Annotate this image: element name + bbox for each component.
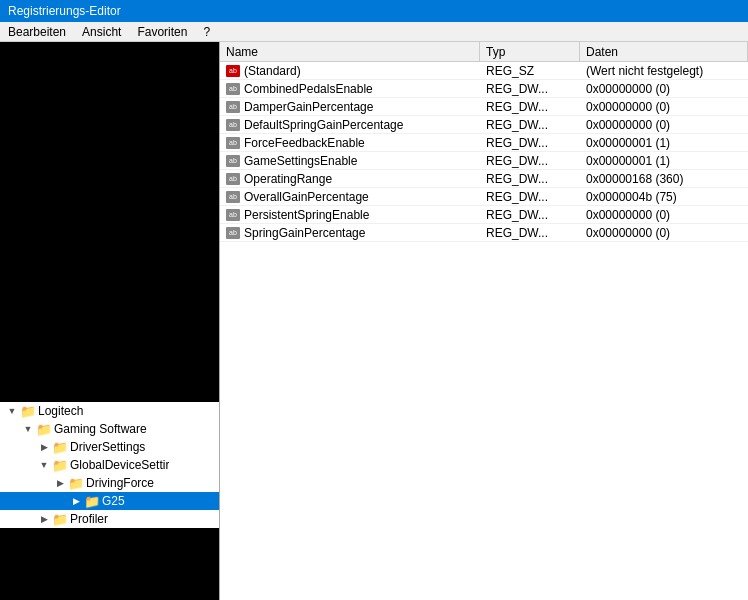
- table-row[interactable]: ab SpringGainPercentage REG_DW... 0x0000…: [220, 224, 748, 242]
- details-header: Name Typ Daten: [220, 42, 748, 62]
- details-table: ab (Standard) REG_SZ (Wert nicht festgel…: [220, 62, 748, 600]
- black-block-bottom-left: [0, 528, 55, 600]
- cell-daten-2: 0x00000000 (0): [580, 100, 748, 114]
- expand-gaming-software[interactable]: ▼: [20, 424, 36, 434]
- tree-label-g25: G25: [102, 494, 125, 508]
- tree-item-driver-settings[interactable]: ▶ 📁 DriverSettings: [0, 438, 219, 456]
- tree-label-logitech: Logitech: [38, 404, 83, 418]
- menu-bearbeiten[interactable]: Bearbeiten: [0, 23, 74, 41]
- tree-label-profiler: Profiler: [70, 512, 108, 526]
- col-header-name[interactable]: Name: [220, 42, 480, 61]
- cell-daten-9: 0x00000000 (0): [580, 226, 748, 240]
- main-container: ▼ 📁 Logitech ▼ 📁 Gaming Software ▶ 📁 Dri…: [0, 42, 748, 600]
- menu-favoriten[interactable]: Favoriten: [129, 23, 195, 41]
- tree-item-profiler[interactable]: ▶ 📁 Profiler: [0, 510, 219, 528]
- cell-typ-9: REG_DW...: [480, 226, 580, 240]
- table-row[interactable]: ab CombinedPedalsEnable REG_DW... 0x0000…: [220, 80, 748, 98]
- reg-icon-dword-7: ab: [226, 191, 240, 203]
- table-row[interactable]: ab OperatingRange REG_DW... 0x00000168 (…: [220, 170, 748, 188]
- expand-driver-settings[interactable]: ▶: [36, 442, 52, 452]
- folder-icon-gaming-software: 📁: [36, 422, 52, 437]
- cell-name-3: ab DefaultSpringGainPercentage: [220, 118, 480, 132]
- cell-typ-4: REG_DW...: [480, 136, 580, 150]
- cell-typ-0: REG_SZ: [480, 64, 580, 78]
- black-blocks-left: [0, 42, 55, 402]
- reg-icon-dword-5: ab: [226, 155, 240, 167]
- expand-logitech[interactable]: ▼: [4, 406, 20, 416]
- tree-label-driving-force: DrivingForce: [86, 476, 154, 490]
- cell-daten-3: 0x00000000 (0): [580, 118, 748, 132]
- table-row[interactable]: ab DamperGainPercentage REG_DW... 0x0000…: [220, 98, 748, 116]
- tree-label-driver-settings: DriverSettings: [70, 440, 145, 454]
- col-header-typ[interactable]: Typ: [480, 42, 580, 61]
- tree-label-gaming-software: Gaming Software: [54, 422, 147, 436]
- table-row[interactable]: ab (Standard) REG_SZ (Wert nicht festgel…: [220, 62, 748, 80]
- menu-help[interactable]: ?: [195, 23, 218, 41]
- cell-typ-1: REG_DW...: [480, 82, 580, 96]
- tree-item-global-device-settings[interactable]: ▼ 📁 GlobalDeviceSettir: [0, 456, 219, 474]
- reg-icon-ab-0: ab: [226, 65, 240, 77]
- cell-name-0: ab (Standard): [220, 64, 480, 78]
- cell-daten-7: 0x0000004b (75): [580, 190, 748, 204]
- table-row[interactable]: ab OverallGainPercentage REG_DW... 0x000…: [220, 188, 748, 206]
- title-text: Registrierungs-Editor: [8, 4, 121, 18]
- cell-daten-4: 0x00000001 (1): [580, 136, 748, 150]
- table-row[interactable]: ab GameSettingsEnable REG_DW... 0x000000…: [220, 152, 748, 170]
- tree-scroll-area[interactable]: ▼ 📁 Logitech ▼ 📁 Gaming Software ▶ 📁 Dri…: [0, 42, 219, 600]
- folder-icon-driver-settings: 📁: [52, 440, 68, 455]
- cell-name-2: ab DamperGainPercentage: [220, 100, 480, 114]
- tree-item-g25[interactable]: ▶ 📁 G25: [0, 492, 219, 510]
- cell-typ-5: REG_DW...: [480, 154, 580, 168]
- table-row[interactable]: ab ForceFeedbackEnable REG_DW... 0x00000…: [220, 134, 748, 152]
- tree-item-driving-force[interactable]: ▶ 📁 DrivingForce: [0, 474, 219, 492]
- details-panel: Name Typ Daten ab (Standard) REG_SZ (Wer…: [220, 42, 748, 600]
- reg-icon-dword-1: ab: [226, 83, 240, 95]
- menu-ansicht[interactable]: Ansicht: [74, 23, 129, 41]
- tree-panel: ▼ 📁 Logitech ▼ 📁 Gaming Software ▶ 📁 Dri…: [0, 42, 220, 600]
- reg-icon-dword-2: ab: [226, 101, 240, 113]
- expand-profiler[interactable]: ▶: [36, 514, 52, 524]
- cell-name-5: ab GameSettingsEnable: [220, 154, 480, 168]
- folder-icon-g25: 📁: [84, 494, 100, 509]
- table-row[interactable]: ab PersistentSpringEnable REG_DW... 0x00…: [220, 206, 748, 224]
- cell-name-1: ab CombinedPedalsEnable: [220, 82, 480, 96]
- cell-typ-3: REG_DW...: [480, 118, 580, 132]
- title-bar: Registrierungs-Editor: [0, 0, 748, 22]
- cell-name-6: ab OperatingRange: [220, 172, 480, 186]
- cell-typ-8: REG_DW...: [480, 208, 580, 222]
- cell-typ-2: REG_DW...: [480, 100, 580, 114]
- col-header-daten[interactable]: Daten: [580, 42, 748, 61]
- reg-icon-dword-6: ab: [226, 173, 240, 185]
- tree-item-logitech[interactable]: ▼ 📁 Logitech: [0, 402, 219, 420]
- cell-name-7: ab OverallGainPercentage: [220, 190, 480, 204]
- folder-icon-driving-force: 📁: [68, 476, 84, 491]
- cell-typ-6: REG_DW...: [480, 172, 580, 186]
- folder-icon-global-device-settings: 📁: [52, 458, 68, 473]
- cell-name-4: ab ForceFeedbackEnable: [220, 136, 480, 150]
- expand-global-device-settings[interactable]: ▼: [36, 460, 52, 470]
- expand-driving-force[interactable]: ▶: [52, 478, 68, 488]
- cell-daten-5: 0x00000001 (1): [580, 154, 748, 168]
- reg-icon-dword-8: ab: [226, 209, 240, 221]
- cell-daten-1: 0x00000000 (0): [580, 82, 748, 96]
- table-row[interactable]: ab DefaultSpringGainPercentage REG_DW...…: [220, 116, 748, 134]
- tree-item-gaming-software[interactable]: ▼ 📁 Gaming Software: [0, 420, 219, 438]
- cell-daten-8: 0x00000000 (0): [580, 208, 748, 222]
- menu-bar: Bearbeiten Ansicht Favoriten ?: [0, 22, 748, 42]
- folder-icon-profiler: 📁: [52, 512, 68, 527]
- cell-typ-7: REG_DW...: [480, 190, 580, 204]
- folder-icon-logitech: 📁: [20, 404, 36, 419]
- reg-icon-dword-4: ab: [226, 137, 240, 149]
- cell-name-9: ab SpringGainPercentage: [220, 226, 480, 240]
- reg-icon-dword-3: ab: [226, 119, 240, 131]
- tree-label-global-device-settings: GlobalDeviceSettir: [70, 458, 169, 472]
- reg-icon-dword-9: ab: [226, 227, 240, 239]
- expand-g25[interactable]: ▶: [68, 496, 84, 506]
- cell-daten-6: 0x00000168 (360): [580, 172, 748, 186]
- cell-daten-0: (Wert nicht festgelegt): [580, 64, 748, 78]
- cell-name-8: ab PersistentSpringEnable: [220, 208, 480, 222]
